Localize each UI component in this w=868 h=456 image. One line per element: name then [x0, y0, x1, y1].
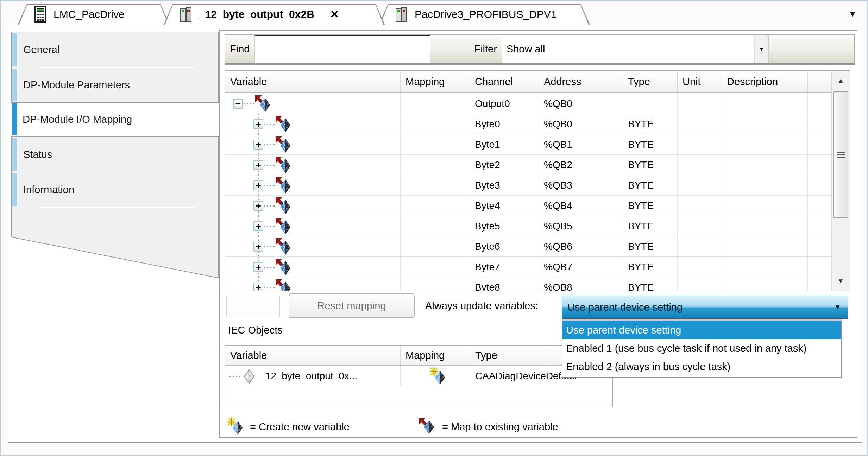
type-cell: BYTE	[623, 196, 678, 216]
channel-cell: Byte6	[470, 236, 539, 256]
variable-cell: +	[225, 114, 401, 134]
channel-cell: Byte8	[470, 277, 539, 291]
address-cell: %QB5	[539, 216, 623, 236]
sidebar-item-dp-module-parameters[interactable]: DP-Module Parameters	[12, 68, 218, 102]
editor-content-frame: General DP-Module Parameters DP-Module I…	[8, 25, 862, 443]
expand-plus-icon[interactable]: +	[253, 201, 263, 211]
table-row-byte8[interactable]: + Byte8 %QB8 BYTE	[225, 277, 831, 291]
expand-plus-icon[interactable]: +	[253, 180, 263, 190]
column-header-mapping[interactable]: Mapping	[401, 71, 470, 92]
filter-dropdown-arrow-icon[interactable]: ▼	[754, 35, 768, 63]
table-row-byte7[interactable]: + Byte7 %QB7 BYTE	[225, 257, 831, 277]
variable-diamond-icon	[244, 369, 255, 386]
table-row-byte1[interactable]: + Byte1 %QB1 BYTE	[225, 134, 831, 155]
description-cell	[722, 216, 808, 236]
expand-plus-icon[interactable]: +	[253, 221, 263, 231]
table-row-byte0[interactable]: + Byte0 %QB0 BYTE	[225, 114, 831, 134]
iec-table-header: Variable Mapping Type	[225, 346, 612, 366]
filler-cell	[808, 196, 831, 216]
column-header-description[interactable]: Description	[722, 71, 808, 92]
expand-plus-icon[interactable]: +	[253, 119, 263, 129]
find-input[interactable]	[254, 35, 430, 63]
tab-12-byte-output[interactable]: _12_byte_output_0x2B_ ✕	[163, 4, 385, 25]
reset-mapping-button[interactable]: Reset mapping	[289, 293, 415, 318]
map-to-existing-variable-icon	[275, 258, 291, 277]
map-to-existing-variable-icon	[275, 177, 291, 195]
channel-cell: Byte7	[470, 257, 539, 277]
iec-object-row[interactable]: _12_byte_output_0x... CAADiagDeviceDefau…	[225, 366, 612, 386]
iec-objects-table: Variable Mapping Type _12_byte_output_0x…	[225, 345, 613, 407]
description-cell	[722, 277, 808, 291]
legend-map-existing-text: = Map to existing variable	[442, 417, 558, 436]
expand-plus-icon[interactable]: +	[253, 140, 263, 150]
map-to-existing-variable-icon	[275, 136, 291, 154]
close-icon[interactable]: ✕	[330, 9, 339, 20]
toolbar-extra-button[interactable]	[769, 35, 854, 63]
expand-plus-icon[interactable]: +	[253, 283, 263, 291]
variable-cell: +	[225, 196, 401, 216]
description-cell	[722, 94, 808, 114]
description-cell	[722, 257, 808, 277]
tab-lmc-pacdrive[interactable]: LMC_PacDrive	[18, 4, 170, 25]
filler-cell	[808, 236, 831, 256]
tab-accent-strip	[12, 138, 17, 171]
dropdown-option-use-parent[interactable]: Use parent device setting	[562, 321, 841, 339]
tree-connector	[264, 226, 275, 227]
dropdown-option-enabled-1[interactable]: Enabled 1 (use bus cycle task if not use…	[562, 339, 841, 357]
always-update-combo[interactable]: Use parent device setting ▼	[562, 296, 848, 319]
mapping-cell	[401, 155, 470, 175]
tree-connector	[264, 205, 275, 207]
type-cell: BYTE	[623, 155, 678, 175]
column-header-type[interactable]: Type	[470, 346, 545, 365]
column-header-type[interactable]: Type	[623, 71, 678, 92]
mapping-table-header: Variable Mapping Channel Address Type Un…	[225, 71, 850, 93]
table-row-byte5[interactable]: + Byte5 %QB5 BYTE	[225, 216, 831, 236]
column-header-variable[interactable]: Variable	[225, 71, 401, 92]
sidebar-item-status[interactable]: Status	[12, 137, 218, 172]
collapse-minus-icon[interactable]: −	[233, 99, 243, 109]
tab-overflow-arrow-icon[interactable]: ▼	[848, 9, 857, 19]
table-row-byte2[interactable]: + Byte2 %QB2 BYTE	[225, 155, 831, 175]
expand-plus-icon[interactable]: +	[253, 262, 263, 272]
vertical-scrollbar[interactable]: ▲ ▼	[831, 71, 850, 291]
always-update-dropdown-list: Use parent device setting Enabled 1 (use…	[562, 319, 842, 378]
scroll-down-arrow-icon[interactable]: ▼	[832, 272, 850, 291]
address-cell: %QB0	[539, 94, 623, 114]
mapping-cell	[401, 366, 470, 386]
tab-pacdrive3-profibus[interactable]: PacDrive3_PROFIBUS_DPV1	[379, 4, 590, 25]
variable-cell: +	[225, 216, 401, 236]
find-label: Find	[225, 35, 254, 63]
column-header-address[interactable]: Address	[539, 71, 623, 92]
sidebar-item-dp-module-io-mapping[interactable]: DP-Module I/O Mapping	[11, 102, 219, 137]
column-header-mapping[interactable]: Mapping	[401, 346, 470, 365]
table-row-byte4[interactable]: + Byte4 %QB4 BYTE	[225, 196, 831, 216]
mapping-cell	[401, 257, 470, 277]
table-row-byte3[interactable]: + Byte3 %QB3 BYTE	[225, 175, 831, 196]
variable-cell: +	[225, 257, 401, 277]
column-header-channel[interactable]: Channel	[470, 71, 539, 92]
mapping-cell	[401, 134, 470, 154]
expand-plus-icon[interactable]: +	[253, 160, 263, 170]
scrollbar-thumb[interactable]	[833, 91, 848, 218]
combo-dropdown-arrow-icon[interactable]: ▼	[828, 303, 848, 311]
tab-label: LMC_PacDrive	[54, 8, 125, 20]
dropdown-option-enabled-2[interactable]: Enabled 2 (always in bus cycle task)	[562, 357, 841, 376]
expand-plus-icon[interactable]: +	[253, 242, 263, 252]
mapping-cell	[401, 236, 470, 256]
sidebar-item-information[interactable]: Information	[12, 172, 218, 207]
variable-cell: +	[225, 175, 401, 195]
address-cell: %QB8	[539, 277, 623, 291]
table-row-output0[interactable]: − Output0 %QB0	[225, 94, 831, 114]
app-window: LMC_PacDrive _12_byte_output_0x2B_ ✕ Pac…	[0, 0, 868, 456]
filler-cell	[808, 94, 831, 114]
scroll-up-arrow-icon[interactable]: ▲	[832, 71, 850, 90]
mapping-cell	[401, 175, 470, 195]
table-row-byte6[interactable]: + Byte6 %QB6 BYTE	[225, 236, 831, 257]
sidebar-item-general[interactable]: General	[12, 32, 218, 67]
type-cell: BYTE	[623, 277, 678, 291]
column-header-variable[interactable]: Variable	[225, 346, 401, 365]
blank-button[interactable]	[226, 296, 280, 317]
filter-combo[interactable]: Show all ▼	[502, 35, 769, 63]
column-header-unit[interactable]: Unit	[678, 71, 722, 92]
filler-cell	[808, 216, 831, 236]
